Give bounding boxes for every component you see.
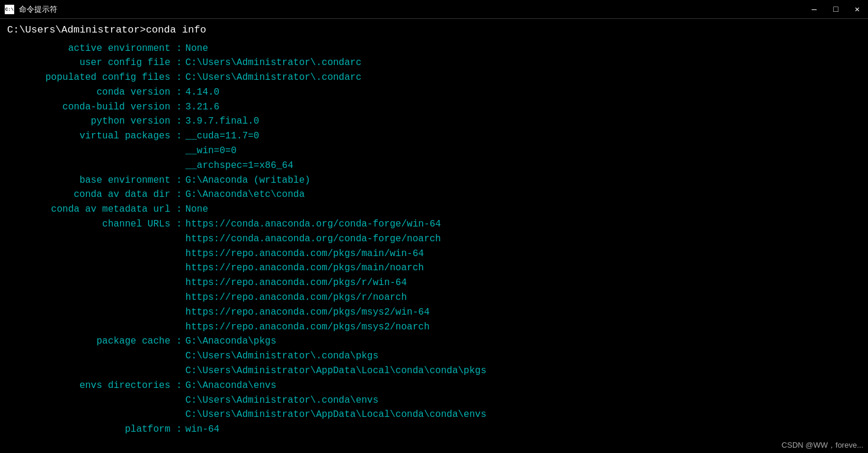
info-extra-value: __archspec=1=x86_64 — [186, 158, 293, 173]
info-row: conda-build version : 3.21.6 — [7, 100, 861, 115]
info-continuation-row: envs directories : C:\Users\Administrato… — [7, 393, 861, 408]
info-row: channel URLs : https://conda.anaconda.or… — [7, 217, 861, 232]
info-continuation-row: virtual packages : __win=0=0 — [7, 144, 861, 158]
info-label: populated config files — [7, 70, 173, 85]
info-label: python version — [7, 114, 173, 129]
info-value: G:\Anaconda\pkgs — [186, 334, 277, 349]
info-row: active environment : None — [7, 41, 861, 56]
info-extra-value: C:\Users\Administrator\AppData\Local\con… — [186, 407, 487, 422]
info-continuation-row: channel URLs : https://repo.anaconda.com… — [7, 320, 861, 335]
titlebar: C:\ 命令提示符 — □ ✕ — [0, 0, 868, 19]
restore-button[interactable]: □ — [830, 4, 841, 15]
info-sep: : — [173, 187, 186, 202]
info-extra-value: https://repo.anaconda.com/pkgs/r/noarch — [186, 290, 407, 305]
info-label: conda-build version — [7, 100, 173, 115]
info-continuation-row: channel URLs : https://repo.anaconda.com… — [7, 305, 861, 320]
info-sep: : — [173, 85, 186, 100]
info-extra-value: C:\Users\Administrator\.conda\envs — [186, 393, 378, 408]
info-extra-value: https://conda.anaconda.org/conda-forge/n… — [186, 232, 441, 247]
info-sep: : — [173, 56, 186, 70]
info-row: package cache : G:\Anaconda\pkgs — [7, 334, 861, 349]
info-sep: : — [173, 422, 186, 437]
terminal-body: C:\Users\Administrator>conda info active… — [0, 19, 868, 453]
info-continuation-row: channel URLs : https://repo.anaconda.com… — [7, 290, 861, 305]
info-label: conda av data dir — [7, 187, 173, 202]
minimize-button[interactable]: — — [808, 4, 820, 15]
info-continuation-row: package cache : C:\Users\Administrator\.… — [7, 349, 861, 364]
info-value: G:\Anaconda (writable) — [186, 173, 310, 188]
info-continuation-row: channel URLs : https://repo.anaconda.com… — [7, 247, 861, 261]
info-continuation-row: channel URLs : https://repo.anaconda.com… — [7, 261, 861, 276]
info-label: platform — [7, 422, 173, 437]
terminal-content[interactable]: C:\Users\Administrator>conda info active… — [0, 19, 868, 453]
info-extra-value: __win=0=0 — [186, 144, 237, 158]
info-extra-value: https://repo.anaconda.com/pkgs/r/win-64 — [186, 276, 407, 290]
info-label: conda version — [7, 85, 173, 100]
info-value: https://conda.anaconda.org/conda-forge/w… — [186, 217, 441, 232]
info-row: conda av data dir : G:\Anaconda\etc\cond… — [7, 187, 861, 202]
info-value: 4.14.0 — [186, 85, 220, 100]
info-label: conda av metadata url — [7, 202, 173, 217]
info-row: conda av metadata url : None — [7, 202, 861, 217]
info-sep: : — [173, 173, 186, 188]
watermark: CSDN @WW，foreve... — [782, 440, 863, 451]
info-label: base environment — [7, 173, 173, 188]
info-continuation-row: channel URLs : https://conda.anaconda.or… — [7, 232, 861, 247]
info-label: user config file — [7, 56, 173, 70]
info-sep: : — [173, 334, 186, 349]
app-icon: C:\ — [5, 5, 14, 14]
info-value: G:\Anaconda\etc\conda — [186, 187, 305, 202]
info-label: active environment — [7, 41, 173, 56]
info-extra-value: https://repo.anaconda.com/pkgs/main/noar… — [186, 261, 424, 276]
info-value: __cuda=11.7=0 — [186, 129, 260, 144]
window: C:\ 命令提示符 — □ ✕ C:\Users\Administrator>c… — [0, 0, 868, 453]
info-sep: : — [173, 70, 186, 85]
info-row: user config file : C:\Users\Administrato… — [7, 56, 861, 70]
info-label: virtual packages — [7, 129, 173, 144]
info-sep: : — [173, 217, 186, 232]
info-row: base environment : G:\Anaconda (writable… — [7, 173, 861, 188]
info-row: virtual packages : __cuda=11.7=0 — [7, 129, 861, 144]
info-continuation-row: virtual packages : __archspec=1=x86_64 — [7, 158, 861, 173]
info-table: active environment : Noneuser config fil… — [7, 41, 861, 438]
info-row: platform : win-64 — [7, 422, 861, 437]
info-row: conda version : 4.14.0 — [7, 85, 861, 100]
info-label: channel URLs — [7, 217, 173, 232]
info-sep: : — [173, 202, 186, 217]
info-sep: : — [173, 41, 186, 56]
info-label: package cache — [7, 334, 173, 349]
info-sep: : — [173, 378, 186, 393]
info-sep: : — [173, 114, 186, 129]
window-controls: — □ ✕ — [808, 4, 863, 15]
info-row: python version : 3.9.7.final.0 — [7, 114, 861, 129]
info-continuation-row: envs directories : C:\Users\Administrato… — [7, 407, 861, 422]
info-extra-value: https://repo.anaconda.com/pkgs/main/win-… — [186, 247, 424, 261]
info-value: 3.9.7.final.0 — [186, 114, 260, 129]
info-row: envs directories : G:\Anaconda\envs — [7, 378, 861, 393]
info-extra-value: https://repo.anaconda.com/pkgs/msys2/win… — [186, 305, 430, 320]
info-value: None — [186, 202, 208, 217]
info-value: 3.21.6 — [186, 100, 220, 115]
info-sep: : — [173, 129, 186, 144]
info-value: C:\Users\Administrator\.condarc — [186, 56, 362, 70]
close-button[interactable]: ✕ — [851, 4, 863, 15]
info-value: win-64 — [186, 422, 220, 437]
info-continuation-row: channel URLs : https://repo.anaconda.com… — [7, 276, 861, 290]
info-label: envs directories — [7, 378, 173, 393]
info-extra-value: C:\Users\Administrator\.conda\pkgs — [186, 349, 378, 364]
info-sep: : — [173, 100, 186, 115]
info-value: None — [186, 41, 208, 56]
window-title: 命令提示符 — [19, 4, 808, 15]
info-continuation-row: package cache : C:\Users\Administrator\A… — [7, 364, 861, 378]
command-line: C:\Users\Administrator>conda info — [7, 22, 861, 38]
info-row: populated config files : C:\Users\Admini… — [7, 70, 861, 85]
info-extra-value: C:\Users\Administrator\AppData\Local\con… — [186, 364, 487, 378]
info-extra-value: https://repo.anaconda.com/pkgs/msys2/noa… — [186, 320, 430, 335]
info-value: G:\Anaconda\envs — [186, 378, 277, 393]
info-value: C:\Users\Administrator\.condarc — [186, 70, 362, 85]
